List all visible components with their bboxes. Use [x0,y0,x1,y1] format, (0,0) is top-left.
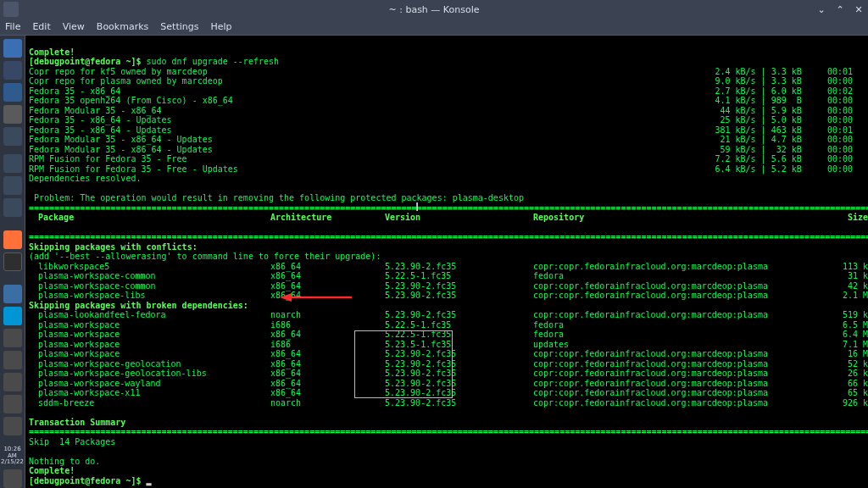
pkg-name: plasma-lookandfeel-fedora [29,310,270,320]
txn-summary: Transaction Summary [29,418,125,427]
maximize-button[interactable]: ⌃ [834,4,846,15]
pkg-arch: i686 [270,340,385,350]
repo-line: RPM Fusion for Fedora 35 - Free7.2 kB/s … [29,154,865,164]
repo-name: Fedora Modular 35 - x86_64 [29,106,162,116]
volume-icon[interactable] [3,351,22,369]
settings-icon[interactable] [3,105,22,124]
pkg-name: plasma-workspace [29,320,270,330]
menu-edit[interactable]: Edit [32,21,50,32]
pkg-arch: x86_64 [270,379,385,389]
pkg-repo: fedora [533,320,830,330]
pkg-arch: noarch [270,398,385,408]
pkg-arch: x86_64 [270,359,385,369]
menu-view[interactable]: View [63,21,85,32]
repo-name: RPM Fusion for Fedora 35 - Free - Update… [29,164,238,175]
repo-stats: 44 kB/s | 5.9 kB 00:00 [715,106,865,116]
pkg-size: 16 M [830,349,868,359]
show-desktop-icon[interactable] [3,469,22,488]
repo-stats: 59 kB/s | 32 kB 00:00 [715,145,865,155]
window-titlebar: ~ : bash — Konsole ⌄ ⌃ ✕ [0,0,868,19]
repo-line: Fedora Modular 35 - x86_64 - Updates 59 … [29,145,865,155]
pkg-repo: copr:copr.fedorainfracloud.org:marcdeop:… [533,398,830,408]
menu-settings[interactable]: Settings [160,21,198,32]
pkg-repo: copr:copr.fedorainfracloud.org:marcdeop:… [533,291,830,301]
keyboard-icon[interactable] [3,395,22,413]
pkg-arch: x86_64 [270,262,385,272]
app-icon-4[interactable] [3,285,22,303]
repo-line: Fedora Modular 35 - x86_64 - Updates 21 … [29,135,865,145]
repo-name: Fedora Modular 35 - x86_64 - Updates [29,145,213,155]
pkg-arch: x86_64 [270,291,385,301]
pkg-name: plasma-workspace-common [29,281,270,291]
pkg-row: plasma-workspacex86_645.22.5-1.fc35fedor… [29,330,865,340]
pkg-row: plasma-lookandfeel-fedoranoarch5.23.90-2… [29,310,865,320]
pkg-repo: copr:copr.fedorainfracloud.org:marcdeop:… [533,262,830,272]
status-icon[interactable] [3,417,22,435]
pkg-repo: copr:copr.fedorainfracloud.org:marcdeop:… [533,310,830,320]
close-button[interactable]: ✕ [853,4,865,15]
hp-icon[interactable] [3,307,22,325]
pkg-repo: fedora [533,330,830,340]
pkg-ver: 5.22.5-1.fc35 [385,330,533,340]
pkg-name: plasma-workspace [29,330,270,340]
launcher-icon[interactable] [3,39,22,58]
hdr-arch: Architecture [270,213,385,223]
pkg-repo: updates [533,340,830,350]
repo-stats: 25 kB/s | 5.0 kB 00:00 [715,115,865,125]
cursor: ▂ [146,476,151,485]
pkg-size: 31 k [830,271,868,281]
repo-line: Fedora 35 - x86_64 - Updates381 kB/s | 4… [29,125,865,136]
network-icon[interactable] [3,373,22,391]
repo-name: Fedora 35 - x86_64 - Updates [29,125,172,136]
pkg-repo: copr:copr.fedorainfracloud.org:marcdeop:… [533,359,830,369]
terminal-output[interactable]: Complete! [debugpoint@fedora ~]$ sudo dn… [25,36,868,488]
editor-icon[interactable] [3,127,22,146]
pkg-repo: fedora [533,271,830,281]
menu-bookmarks[interactable]: Bookmarks [97,21,148,32]
pkg-ver: 5.23.90-2.fc35 [385,349,533,359]
repo-stats: 7.2 kB/s | 5.6 kB 00:00 [715,154,865,164]
clock[interactable]: 10:26 AM 2/15/22 [0,446,25,466]
hdr-pkg: Package [29,213,270,223]
minimize-button[interactable]: ⌄ [815,4,827,15]
app-icon-2[interactable] [3,176,22,195]
discover-icon[interactable] [3,83,22,102]
skip-broken: Skipping packages with broken dependenci… [29,301,248,310]
pkg-row: plasma-workspace-geolocation-libsx86_645… [29,369,865,379]
pkg-repo: copr:copr.fedorainfracloud.org:marcdeop:… [533,369,830,379]
pkg-row: plasma-workspacei6865.22.5-1.fc35fedora6… [29,320,865,330]
pkg-ver: 5.23.90-2.fc35 [385,281,533,291]
return-icon[interactable] [3,329,22,347]
firefox-icon[interactable] [3,230,22,249]
pkg-arch: noarch [270,310,385,320]
repo-stats: 381 kB/s | 463 kB 00:01 [715,125,865,136]
hdr-size: Size [830,213,868,223]
pkg-arch: x86_64 [270,281,385,291]
repo-name: Fedora Modular 35 - x86_64 - Updates [29,135,213,145]
menu-file[interactable]: File [5,21,20,32]
pkg-repo: copr:copr.fedorainfracloud.org:marcdeop:… [533,379,830,389]
files-icon[interactable] [3,61,22,80]
pkg-row: plasma-workspace-commonx86_645.23.90-2.f… [29,281,865,291]
pkg-row: plasma-workspacex86_645.23.90-2.fc35copr… [29,349,865,359]
terminal-icon[interactable] [3,252,22,271]
pkg-name: libkworkspace5 [29,262,270,272]
repo-name: Fedora 35 - x86_64 - Updates [29,115,172,125]
pkg-ver: 5.23.90-2.fc35 [385,379,533,389]
repo-name: Copr repo for plasma owned by marcdeop [29,76,223,86]
pkg-size: 26 k [830,369,868,379]
pkg-size: 2.1 M [830,291,868,301]
repo-line: Fedora 35 - x86_642.7 kB/s | 6.0 kB 00:0… [29,86,865,97]
menu-help[interactable]: Help [210,21,231,32]
deps-resolved: Dependencies resolved. [29,174,141,183]
text-cursor-icon: I [415,200,417,212]
pkg-arch: i686 [270,320,385,330]
repo-line: Fedora 35 openh264 (From Cisco) - x86_64… [29,96,865,106]
repo-name: Fedora 35 openh264 (From Cisco) - x86_64 [29,96,233,106]
separator: ========================================… [29,427,868,436]
app-icon-3[interactable] [3,198,22,217]
pkg-name: sddm-breeze [29,398,270,408]
app-icon-1[interactable] [3,154,22,173]
repo-line: Copr repo for kf5 owned by marcdeop2.4 k… [29,67,865,77]
repo-name: RPM Fusion for Fedora 35 - Free [29,154,187,164]
